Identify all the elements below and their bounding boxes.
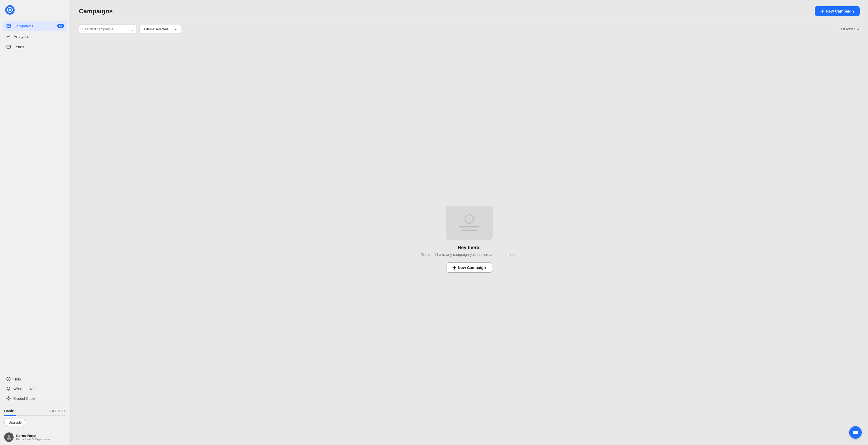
sidebar-item-analytics[interactable]: Analytics <box>3 31 67 41</box>
plan-header: Basic 1.000 / 5.000 <box>4 409 66 413</box>
campaigns-badge: 54 <box>57 24 64 28</box>
sidebar-leads-label: Leads <box>13 45 64 49</box>
sidebar-nav: Campaigns 54 Analytics Leads <box>0 19 70 371</box>
sidebar-item-whats-new[interactable]: What's new? <box>3 384 67 393</box>
search-box[interactable] <box>79 25 136 33</box>
search-input[interactable] <box>82 27 128 31</box>
empty-title: Hey there! <box>458 245 481 250</box>
analytics-icon <box>6 34 11 39</box>
chat-button[interactable] <box>849 426 862 439</box>
filter-label: 1 items selected <box>144 27 168 31</box>
whats-new-label: What's new? <box>13 387 34 391</box>
new-campaign-button-header[interactable]: New Campaign <box>815 6 860 16</box>
plan-progress-bar-bg <box>4 415 66 416</box>
embed-code-label: Embed Code <box>13 396 35 401</box>
svg-rect-1 <box>7 45 10 48</box>
illus-line-1 <box>459 226 480 227</box>
help-label: Help <box>13 377 21 381</box>
toolbar-left: 1 items selected <box>79 25 181 33</box>
plan-name: Basic <box>4 409 14 413</box>
toolbar: 1 items selected Last added <box>79 25 860 33</box>
user-info: Berna Partal Berna Partal's Organization <box>16 434 66 441</box>
help-icon <box>6 377 11 381</box>
empty-illustration <box>446 206 493 240</box>
sidebar-campaigns-label: Campaigns <box>13 24 57 28</box>
sidebar-item-embed-code[interactable]: Embed Code <box>3 394 67 403</box>
logo-icon <box>7 7 13 13</box>
plan-section: Basic 1.000 / 5.000 Upgrade <box>0 406 70 429</box>
empty-state: Hey there! You don't have any campaign y… <box>79 40 860 439</box>
user-section[interactable]: Berna Partal Berna Partal's Organization <box>0 429 70 445</box>
sidebar-bottom: Help What's new? Embed Code <box>0 371 70 406</box>
logo-area <box>0 0 70 19</box>
illus-avatar-circle <box>465 214 474 224</box>
user-org: Berna Partal's Organization <box>16 438 66 441</box>
embed-icon <box>6 396 11 401</box>
main-content: Campaigns New Campaign 1 items selected <box>70 0 868 445</box>
search-icon <box>129 27 133 31</box>
empty-subtitle: You don't have any campaign yet, let's c… <box>421 253 517 257</box>
chevron-down-icon <box>174 27 178 31</box>
sidebar-item-help[interactable]: Help <box>3 375 67 384</box>
campaigns-icon <box>6 24 11 28</box>
chat-icon <box>852 430 858 435</box>
plus-icon-empty <box>453 266 456 269</box>
bell-icon <box>6 386 11 391</box>
svg-point-5 <box>8 398 9 399</box>
page-header: Campaigns New Campaign <box>79 6 860 19</box>
filter-dropdown[interactable]: 1 items selected <box>140 25 181 33</box>
leads-icon <box>6 44 11 49</box>
empty-create-label: New Campaign <box>458 265 486 270</box>
app-logo <box>5 5 14 14</box>
upgrade-button[interactable]: Upgrade <box>4 419 26 426</box>
svg-point-6 <box>8 435 10 438</box>
plus-icon <box>820 9 824 13</box>
plan-usage: 1.000 / 5.000 <box>48 409 66 413</box>
sidebar-analytics-label: Analytics <box>13 34 64 39</box>
sort-label: Last added <box>839 27 856 31</box>
sidebar: Campaigns 54 Analytics Leads <box>0 0 70 445</box>
sort-chevron-icon <box>857 27 860 31</box>
illus-line-2 <box>461 229 477 231</box>
svg-rect-0 <box>7 24 10 27</box>
user-name: Berna Partal <box>16 434 66 438</box>
avatar <box>4 433 13 442</box>
sort-control[interactable]: Last added <box>839 27 860 31</box>
plan-progress-bar-fill <box>4 415 17 416</box>
page-title: Campaigns <box>79 7 113 15</box>
new-campaign-button-empty[interactable]: New Campaign <box>446 262 492 273</box>
svg-point-3 <box>8 380 9 380</box>
sidebar-item-leads[interactable]: Leads <box>3 42 67 52</box>
sidebar-item-campaigns[interactable]: Campaigns 54 <box>3 21 67 31</box>
